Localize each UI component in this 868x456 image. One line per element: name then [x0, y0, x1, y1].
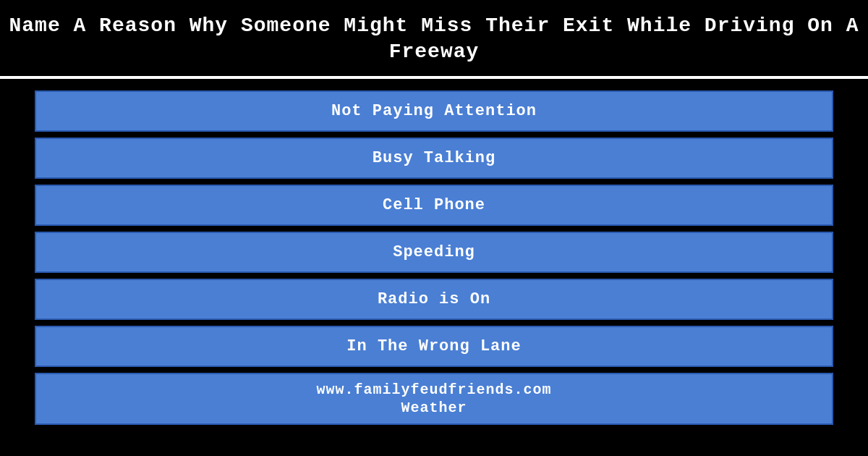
watermark-text: www.familyfeudfriends.com — [51, 381, 817, 398]
page-title: Name A Reason Why Someone Might Miss The… — [7, 13, 861, 66]
answer-text-7: Weather — [401, 400, 467, 416]
answer-row-4[interactable]: Speeding — [35, 232, 833, 273]
answer-row-6[interactable]: In The Wrong Lane — [35, 326, 833, 367]
answers-list: Not Paying AttentionBusy TalkingCell Pho… — [0, 85, 868, 425]
answer-row-2[interactable]: Busy Talking — [35, 138, 833, 179]
answer-text-2: Busy Talking — [373, 149, 495, 167]
header-divider — [0, 76, 868, 79]
answer-row-5[interactable]: Radio is On — [35, 279, 833, 320]
page-header: Name A Reason Why Someone Might Miss The… — [0, 0, 868, 76]
answer-text-3: Cell Phone — [383, 196, 485, 214]
answer-text-4: Speeding — [393, 243, 475, 261]
answer-row-7[interactable]: www.familyfeudfriends.comWeather — [35, 373, 833, 425]
answer-text-1: Not Paying Attention — [331, 102, 537, 120]
answer-row-3[interactable]: Cell Phone — [35, 185, 833, 226]
answer-text-5: Radio is On — [378, 290, 490, 308]
answer-text-6: In The Wrong Lane — [346, 337, 521, 355]
answer-row-1[interactable]: Not Paying Attention — [35, 90, 833, 132]
